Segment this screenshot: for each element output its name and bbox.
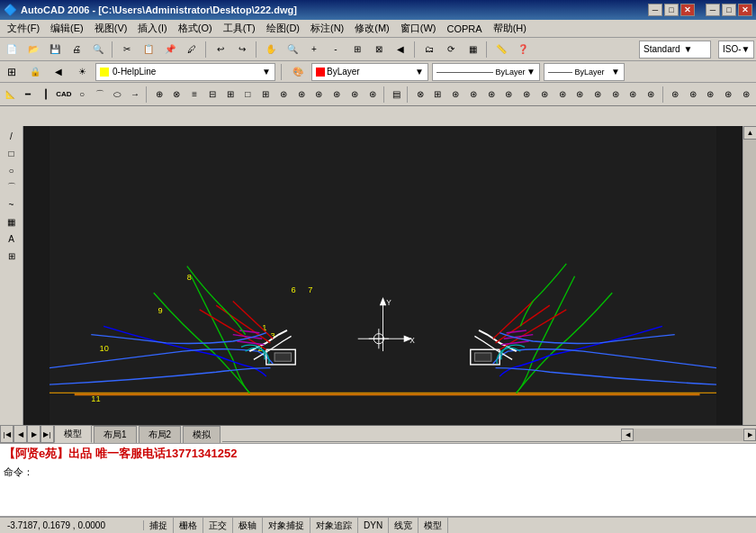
draw-block[interactable]: ⊞ xyxy=(2,248,22,264)
dim-aligned[interactable]: ⊛ xyxy=(684,85,701,104)
menu-draw[interactable]: 绘图(D) xyxy=(261,21,305,36)
tb-redo[interactable]: ↪ xyxy=(232,40,252,59)
tb-hide[interactable]: ▦ xyxy=(463,40,482,59)
tb-copy[interactable]: 📋 xyxy=(139,40,158,59)
tb-cut[interactable]: ✂ xyxy=(117,40,137,59)
tb-zoomwin[interactable]: ⊞ xyxy=(347,40,367,59)
prev-layer-btn[interactable]: ◀ xyxy=(49,62,68,82)
osnap-none-btn[interactable]: ▤ xyxy=(388,85,405,104)
win-rest-button[interactable]: □ xyxy=(722,4,736,16)
ellipse-btn[interactable]: ⬭ xyxy=(109,85,126,104)
cad-canvas[interactable]: 8 9 10 11 1 2 3 4 6 7 xyxy=(23,126,742,443)
circle-btn[interactable]: ○ xyxy=(74,85,91,104)
status-polar[interactable]: 极轴 xyxy=(233,518,263,533)
snap-mid-btn[interactable]: ⊗ xyxy=(168,85,185,104)
snap-ext-btn[interactable]: ⊛ xyxy=(346,85,363,104)
menu-dimension[interactable]: 标注(N) xyxy=(305,21,349,36)
tb-zoomin[interactable]: + xyxy=(304,40,324,59)
snap-end-btn[interactable]: ⊕ xyxy=(150,85,167,104)
menu-file[interactable]: 文件(F) xyxy=(2,21,45,36)
app-min-button[interactable]: ─ xyxy=(648,4,662,16)
snap-node-btn[interactable]: ⊞ xyxy=(221,85,238,104)
layer-dropdown[interactable]: 0-HelpLine ▼ xyxy=(95,63,275,81)
obj-color-btn[interactable]: 🎨 xyxy=(288,62,308,82)
mod-extend[interactable]: ⊛ xyxy=(590,85,607,104)
status-snap[interactable]: 捕捉 xyxy=(144,518,174,533)
tb-namedviews[interactable]: 🗂 xyxy=(419,40,439,59)
dim-angle[interactable]: ⊛ xyxy=(737,85,754,104)
tab-layout1[interactable]: 布局1 xyxy=(94,426,137,443)
tb-print[interactable]: 🖨 xyxy=(67,40,86,59)
status-otrack[interactable]: 对象追踪 xyxy=(310,518,358,533)
scroll-right-btn[interactable]: ▶ xyxy=(743,429,756,441)
snap-tan-btn[interactable]: ⊛ xyxy=(292,85,310,104)
tb-zoom[interactable]: 🔍 xyxy=(283,40,302,59)
tb-paste[interactable]: 📌 xyxy=(160,40,180,59)
snap-cen-btn[interactable]: ⊟ xyxy=(204,85,221,104)
snap-app-btn[interactable]: ⊛ xyxy=(328,85,346,104)
draw-line[interactable]: / xyxy=(2,128,22,144)
status-model[interactable]: 模型 xyxy=(418,518,448,533)
mod-rotate[interactable]: ⊛ xyxy=(518,85,536,104)
status-lw[interactable]: 线宽 xyxy=(389,518,418,533)
tb-zoomex[interactable]: ⊠ xyxy=(369,40,389,59)
tb-save[interactable]: 💾 xyxy=(45,40,65,59)
snap-perp-btn[interactable]: ⊛ xyxy=(274,85,292,104)
app-close-button[interactable]: ✕ xyxy=(680,4,695,16)
draw-hatch[interactable]: ▦ xyxy=(2,213,22,230)
mod-break[interactable]: ⊛ xyxy=(607,85,624,104)
tb-matchprop[interactable]: 🖊 xyxy=(182,40,202,59)
tab-simulation[interactable]: 模拟 xyxy=(183,426,220,443)
mod-offset[interactable]: ⊛ xyxy=(465,85,482,104)
layer-manager-btn[interactable]: ⊞ xyxy=(2,62,22,82)
text-style-dropdown[interactable]: Standard ▼ xyxy=(639,41,711,59)
mod-scale[interactable]: ⊛ xyxy=(536,85,553,104)
tab-nav-prev[interactable]: ◀ xyxy=(14,425,27,443)
mod-move[interactable]: ⊛ xyxy=(500,85,518,104)
win-close-button[interactable]: ✕ xyxy=(738,4,752,16)
app-rest-button[interactable]: □ xyxy=(664,4,679,16)
line-btn[interactable]: ━ xyxy=(20,85,37,104)
snap-ins-btn[interactable]: ⊞ xyxy=(257,85,274,104)
scroll-up-btn[interactable]: ▲ xyxy=(743,126,756,140)
tb-zoomprev[interactable]: ◀ xyxy=(391,40,410,59)
tb-zoomout[interactable]: - xyxy=(326,40,346,59)
command-prompt[interactable]: 命令： xyxy=(0,464,756,481)
tb-dist[interactable]: 📏 xyxy=(491,40,511,59)
next-btn[interactable]: → xyxy=(127,85,144,104)
menu-tools[interactable]: 工具(T) xyxy=(218,21,261,36)
mod-trim[interactable]: ⊛ xyxy=(572,85,589,104)
tab-nav-first[interactable]: |◀ xyxy=(0,425,14,443)
menu-help[interactable]: 帮助(H) xyxy=(488,21,532,36)
tb-undo[interactable]: ↩ xyxy=(211,40,230,59)
tb-open[interactable]: 📂 xyxy=(23,40,43,59)
mod-array[interactable]: ⊛ xyxy=(482,85,500,104)
color-dropdown[interactable]: ByLayer ▼ xyxy=(311,63,428,81)
tb-preview[interactable]: 🔍 xyxy=(88,40,108,59)
dim-radius[interactable]: ⊛ xyxy=(720,85,737,104)
lineweight-dropdown[interactable]: ——— ByLayer ▼ xyxy=(544,63,625,81)
status-grid[interactable]: 栅格 xyxy=(174,518,203,533)
menu-format[interactable]: 格式(O) xyxy=(173,21,218,36)
tab-nav-next[interactable]: ▶ xyxy=(27,425,40,443)
snap-quad-btn[interactable]: □ xyxy=(239,85,256,104)
freeze-layer-btn[interactable]: ☀ xyxy=(72,62,92,82)
tb-new[interactable]: 📄 xyxy=(2,40,22,59)
draw-text[interactable]: A xyxy=(2,230,22,247)
snap-par-btn[interactable]: ⊛ xyxy=(364,85,381,104)
tb-3dorbit[interactable]: ⟳ xyxy=(441,40,461,59)
layer-state-btn[interactable]: 🔒 xyxy=(25,62,45,82)
linetype-dropdown[interactable]: ——————— ByLayer ▼ xyxy=(432,63,540,81)
menu-edit[interactable]: 编辑(E) xyxy=(45,21,89,36)
mod-chamfer[interactable]: ⊛ xyxy=(625,85,642,104)
status-dyn[interactable]: DYN xyxy=(358,518,389,533)
mod-mirror[interactable]: ⊛ xyxy=(447,85,464,104)
menu-view[interactable]: 视图(V) xyxy=(89,21,133,36)
draw-poly[interactable]: □ xyxy=(2,145,22,161)
menu-window[interactable]: 窗口(W) xyxy=(395,21,442,36)
tab-nav-last[interactable]: ▶| xyxy=(40,425,54,443)
dim-linear[interactable]: ⊛ xyxy=(666,85,683,104)
status-ortho[interactable]: 正交 xyxy=(203,518,233,533)
menu-copra[interactable]: COPRA xyxy=(442,23,488,35)
draw-spline[interactable]: ~ xyxy=(2,196,22,212)
